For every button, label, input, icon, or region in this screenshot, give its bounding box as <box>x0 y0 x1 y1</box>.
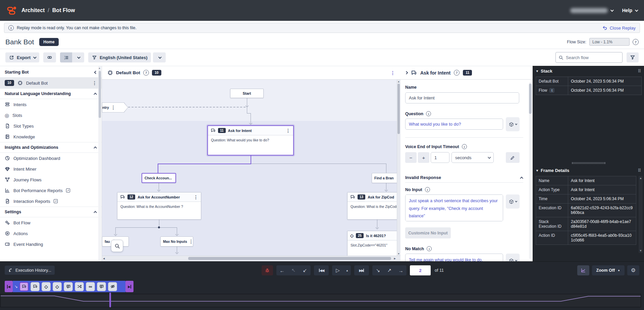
tag-entry[interactable]: ntry ⋮ <box>102 102 128 113</box>
timeout-value-field[interactable] <box>431 152 449 163</box>
step-into-button[interactable]: ↘ <box>372 265 384 275</box>
numbered-list-button[interactable]: 1 2 <box>60 52 72 62</box>
sidebar-item-knowledge[interactable]: Knowledge <box>0 131 102 142</box>
timeline-jump-start-button[interactable]: ◀ <box>5 281 13 292</box>
sidebar-scrollbar-thumb[interactable] <box>99 71 101 118</box>
inspector-scrollbar[interactable] <box>529 82 532 259</box>
sidebar-scrollbar[interactable]: ▲ <box>98 66 101 261</box>
timeline-step-hidden[interactable] <box>108 282 117 291</box>
kebab-menu-icon[interactable]: ⋮ <box>173 176 176 180</box>
step-into-back-button[interactable]: ↙ <box>299 265 311 275</box>
flow-size-help-icon[interactable]: ? <box>633 39 639 45</box>
step-out-back-button[interactable]: ↖ <box>288 265 299 275</box>
step-out-button[interactable]: ↗ <box>384 265 395 275</box>
sidebar-item-intents[interactable]: Intents <box>0 99 102 110</box>
expression-mode-button[interactable] <box>506 117 520 131</box>
scroll-down-icon[interactable]: ▼ <box>639 249 643 252</box>
copy-link-button[interactable] <box>43 52 56 62</box>
collapse-up-icon[interactable] <box>95 145 97 150</box>
sidebar-item-default-bot[interactable]: 10 Default Bot ⋮ <box>0 78 102 88</box>
step-back-button[interactable]: ← <box>276 265 288 275</box>
canvas-search-button[interactable] <box>111 240 123 252</box>
export-button[interactable]: Export <box>5 52 39 62</box>
scroll-right-icon[interactable]: ▶ <box>394 257 396 260</box>
sidebar-item-event-handling[interactable]: Event Handling <box>0 239 102 250</box>
kebab-menu-icon[interactable]: ⋮ <box>286 128 290 133</box>
drag-grip-icon[interactable]: ⠿ <box>638 69 641 74</box>
sidebar-item-interaction-reports[interactable]: Interaction Reports ↗ <box>0 196 102 207</box>
timeout-edit-button[interactable] <box>506 152 520 163</box>
playbar-settings-button[interactable]: ⚙ <box>627 265 639 275</box>
customize-no-input-button[interactable]: Customize No Input <box>405 227 451 238</box>
timeout-decrement-button[interactable]: − <box>405 152 417 163</box>
timeline-step-switch[interactable] <box>75 282 84 291</box>
fast-forward-button[interactable]: ▶▶ <box>354 265 369 275</box>
node-ask-for-accountnumber[interactable]: 12 Ask for AccountNumber ⋮ Question: Wha… <box>117 192 201 220</box>
kebab-menu-icon[interactable]: ⋮ <box>194 195 198 200</box>
collapse-right-icon[interactable] <box>405 71 408 75</box>
stack-panel-header[interactable]: ▾ Stack ⠿ <box>533 66 644 76</box>
execution-history-button[interactable]: Execution History... <box>5 266 55 275</box>
collapse-left-icon[interactable] <box>95 70 97 75</box>
drag-grip-icon[interactable]: ⠿ <box>638 168 641 173</box>
expression-mode-button[interactable] <box>506 194 520 209</box>
timeline-step-ask-action[interactable] <box>31 282 40 291</box>
no-match-field[interactable]: Tell me again what you would like to do. <box>405 254 503 261</box>
info-icon[interactable]: i <box>425 187 430 192</box>
sidebar-item-bot-flow[interactable]: Bot Flow <box>0 217 102 228</box>
rewind-button[interactable]: ◀◀ <box>314 265 329 275</box>
caret-down-icon[interactable]: ▾ <box>536 69 538 73</box>
frame-details-header[interactable]: ▾ Frame Details ⠿ <box>533 165 644 175</box>
help-circle-icon[interactable]: ? <box>143 70 149 76</box>
collapse-up-icon[interactable] <box>95 91 97 96</box>
node-ask-for-zipcode[interactable]: 13 Ask for ZipCod Question: What is the … <box>347 192 400 220</box>
help-menu[interactable]: Help <box>622 8 637 13</box>
sidebar-item-intent-miner[interactable]: Intent Miner <box>0 164 102 174</box>
scrollbar-thumb[interactable] <box>188 257 391 260</box>
collapse-up-icon[interactable] <box>520 177 523 180</box>
expression-mode-button[interactable] <box>506 254 520 261</box>
close-replay-button[interactable]: Close Replay <box>602 25 636 31</box>
canvas-horizontal-scrollbar[interactable]: ◀ ▶ <box>102 256 400 261</box>
breakpoint-button[interactable] <box>262 265 273 275</box>
play-options-button[interactable]: ▲ <box>343 265 351 275</box>
sidebar-item-bot-performance-reports[interactable]: Bot Performance Reports ↗ <box>0 185 102 196</box>
sidebar-item-slots[interactable]: ◎ Slots <box>0 110 102 121</box>
timeline-step-loop[interactable]: ∞ <box>86 282 95 291</box>
scrollbar-thumb[interactable] <box>529 84 532 114</box>
caret-down-icon[interactable]: ▾ <box>536 169 538 172</box>
timeline-step-ask-intent-selected[interactable] <box>19 282 29 291</box>
timeline-step-communicate[interactable] <box>64 282 73 291</box>
timeline-jump-end-button[interactable]: ▶ <box>125 281 133 292</box>
canvas-kebab-icon[interactable]: ⋮ <box>390 71 395 75</box>
help-circle-icon[interactable]: ? <box>454 70 460 76</box>
play-button[interactable]: ▷ <box>332 265 343 275</box>
timeline-chart[interactable] <box>0 294 641 307</box>
timeline-step-decision[interactable]: ◇ <box>53 282 62 291</box>
timeline-step-communicate[interactable] <box>97 282 106 291</box>
step-over-button[interactable]: → <box>395 265 407 275</box>
tag-check-account[interactable]: Check Accoun... ⋮ <box>142 173 176 183</box>
sidebar-item-optimization-dashboard[interactable]: Optimization Dashboard <box>0 153 102 164</box>
timeline-chart-toggle-button[interactable] <box>577 265 589 275</box>
scroll-up-icon[interactable]: ▲ <box>397 80 400 83</box>
language-selector[interactable]: English (United States) <box>88 52 151 62</box>
name-field[interactable] <box>405 92 519 103</box>
node-start[interactable]: Start <box>230 89 264 98</box>
panel-resize-grip[interactable] <box>572 162 605 164</box>
timeline-step-decision[interactable]: ◇ <box>42 282 51 291</box>
language-dropdown-button[interactable] <box>153 52 166 62</box>
timeout-increment-button[interactable]: + <box>418 152 429 163</box>
scroll-up-icon[interactable]: ▲ <box>639 177 643 180</box>
search-input[interactable] <box>566 55 616 60</box>
table-row[interactable]: Flowt October 24, 2023 5:06:34 PM <box>536 86 641 95</box>
table-row[interactable]: Default Bot October 24, 2023 5:06:34 PM <box>536 77 641 86</box>
sidebar-item-journey-flows[interactable]: Journey Flows <box>0 174 102 185</box>
kebab-menu-icon[interactable]: ⋮ <box>189 239 193 244</box>
node-is-it-46201[interactable]: ◇ 25 Is it 46201? Slot.ZipCode=="46201" <box>347 231 400 259</box>
sidebar-item-slot-types[interactable]: Slot Types <box>0 121 102 131</box>
scroll-down-icon[interactable]: ▼ <box>397 253 400 255</box>
flow-canvas[interactable]: Default Bot ? 10 ⋮ <box>102 66 400 261</box>
scrollbar-thumb[interactable] <box>397 84 400 134</box>
kebab-menu-icon[interactable]: ⋮ <box>92 81 97 85</box>
